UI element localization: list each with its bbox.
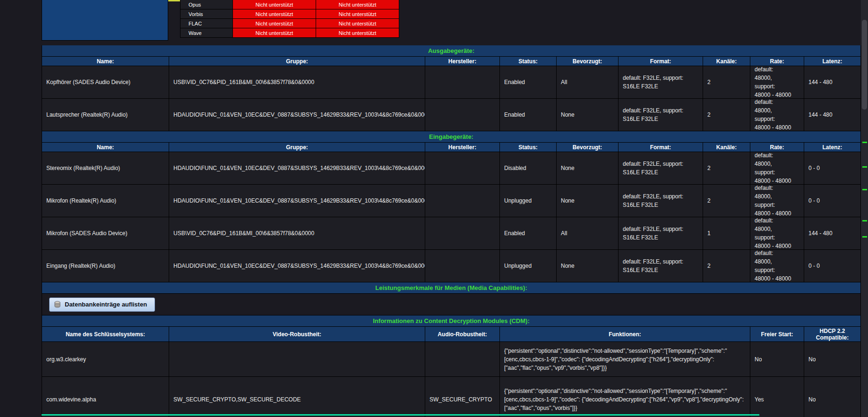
device-channels-cell: 2 xyxy=(703,250,750,282)
media-capabilities-row: Datenbankeinträge auflisten xyxy=(42,294,861,315)
device-group-cell: HDAUDIO\FUNC_01&VEN_10EC&DEV_0887&SUBSYS… xyxy=(169,185,425,217)
col-header-rate: Rate: xyxy=(750,57,804,66)
cdm-column-headers: Name des Schlüsselsystems: Video-Robusth… xyxy=(42,327,861,342)
output-devices-table: Kopfhörer (SADES Audio Device) USB\VID_0… xyxy=(42,66,861,131)
input-devices-table: Stereomix (Realtek(R) Audio) HDAUDIO\FUN… xyxy=(42,152,861,282)
device-latency-cell: 144 - 480 xyxy=(804,99,860,131)
device-format-cell: default: F32LE, support: S16LE F32LE xyxy=(619,152,703,184)
codec-name-cell: FLAC xyxy=(180,19,232,28)
find-marker xyxy=(862,220,867,221)
scrollbar-thumb[interactable] xyxy=(862,20,867,110)
cdm-clear-lead-cell: Yes xyxy=(750,377,804,417)
col-header-latenz: Latenz: xyxy=(804,57,860,66)
device-manufacturer-cell xyxy=(425,99,499,131)
col-header-video-robustness: Video-Robustheit: xyxy=(169,327,425,341)
cdm-audio-robustness-cell xyxy=(425,342,499,376)
device-preferred-cell: None xyxy=(557,185,618,217)
find-marker xyxy=(862,236,867,238)
device-rate-cell: default: 48000, support: 48000 - 48000 xyxy=(750,66,804,98)
device-group-cell: USB\VID_0C76&PID_161B&MI_00\6&3857f78&0&… xyxy=(169,217,425,249)
col-header-gruppe: Gruppe: xyxy=(169,143,425,152)
device-name-cell: Kopfhörer (SADES Audio Device) xyxy=(42,66,169,98)
codec-support-cell: Nicht unterstützt xyxy=(233,28,316,37)
codec-support-cell: Nicht unterstützt xyxy=(316,9,399,18)
device-rate-cell: default: 48000, support: 48000 - 48000 xyxy=(750,185,804,217)
device-manufacturer-cell xyxy=(425,250,499,282)
cdm-video-robustness-cell xyxy=(169,342,425,376)
col-header-name: Name: xyxy=(42,57,169,66)
cdm-keysystem-cell: org.w3.clearkey xyxy=(42,342,169,376)
codec-support-cell: Nicht unterstützt xyxy=(233,0,316,9)
device-group-cell: HDAUDIO\FUNC_01&VEN_10EC&DEV_0887&SUBSYS… xyxy=(169,250,425,282)
cdm-table: org.w3.clearkey {"persistent":"optional"… xyxy=(42,342,861,417)
device-group-cell: HDAUDIO\FUNC_01&VEN_10EC&DEV_0887&SUBSYS… xyxy=(169,99,425,131)
media-capabilities-header: Leistungsmerkmale für Medien (Media Capa… xyxy=(42,282,861,294)
device-status-cell: Unplugged xyxy=(500,250,556,282)
device-manufacturer-cell xyxy=(425,66,499,98)
find-marker xyxy=(862,142,867,143)
col-header-kanaele: Kanäle: xyxy=(703,143,750,152)
col-header-funktionen: Funktionen: xyxy=(500,327,750,341)
col-header-bevorzugt: Bevorzugt: xyxy=(557,143,618,152)
cdm-hdcp-cell: No xyxy=(804,377,860,417)
database-icon xyxy=(54,301,61,308)
device-rate-cell: default: 48000, support: 48000 - 48000 xyxy=(750,217,804,249)
device-status-cell: Enabled xyxy=(500,217,556,249)
device-format-cell: default: F32LE, support: S16LE F32LE xyxy=(619,217,703,249)
media-info-content: Ausgabegeräte: Name: Gruppe: Hersteller:… xyxy=(42,45,861,417)
device-name-cell: Eingang (Realtek(R) Audio) xyxy=(42,250,169,282)
col-header-hersteller: Hersteller: xyxy=(425,57,499,66)
col-header-status: Status: xyxy=(500,143,556,152)
device-name-cell: Mikrofon (SADES Audio Device) xyxy=(42,217,169,249)
device-preferred-cell: None xyxy=(557,99,618,131)
vertical-scrollbar[interactable] xyxy=(861,0,868,417)
device-format-cell: default: F32LE, support: S16LE F32LE xyxy=(619,250,703,282)
cdm-audio-robustness-cell: SW_SECURE_CRYPTO xyxy=(425,377,499,417)
device-format-cell: default: F32LE, support: S16LE F32LE xyxy=(619,99,703,131)
input-devices-header: Eingabegeräte: xyxy=(42,131,861,143)
device-rate-cell: default: 48000, support: 48000 - 48000 xyxy=(750,99,804,131)
device-manufacturer-cell xyxy=(425,152,499,184)
col-header-keysystem: Name des Schlüsselsystems: xyxy=(42,327,169,341)
input-devices-column-headers: Name: Gruppe: Hersteller: Status: Bevorz… xyxy=(42,143,861,152)
device-latency-cell: 0 - 0 xyxy=(804,152,860,184)
cdm-clear-lead-cell: No xyxy=(750,342,804,376)
codec-support-table: Opus Nicht unterstützt Nicht unterstützt… xyxy=(180,0,399,38)
output-devices-header: Ausgabegeräte: xyxy=(42,45,861,57)
col-header-hersteller: Hersteller: xyxy=(425,143,499,152)
list-database-entries-button[interactable]: Datenbankeinträge auflisten xyxy=(49,298,155,312)
codec-support-cell: Nicht unterstützt xyxy=(233,9,316,18)
device-rate-cell: default: 48000, support: 48000 - 48000 xyxy=(750,152,804,184)
device-channels-cell: 1 xyxy=(703,217,750,249)
next-section-top-edge xyxy=(42,414,759,416)
cdm-capabilities-cell: {"persistent":"optional","distinctive":"… xyxy=(500,377,750,417)
codec-support-cell: Nicht unterstützt xyxy=(316,19,399,28)
device-format-cell: default: F32LE, support: S16LE F32LE xyxy=(619,66,703,98)
device-latency-cell: 144 - 480 xyxy=(804,66,860,98)
find-marker xyxy=(862,166,867,168)
codec-name-cell: Vorbis xyxy=(180,9,232,18)
device-latency-cell: 0 - 0 xyxy=(804,250,860,282)
col-header-kanaele: Kanäle: xyxy=(703,57,750,66)
device-preferred-cell: None xyxy=(557,250,618,282)
device-status-cell: Unplugged xyxy=(500,185,556,217)
device-latency-cell: 0 - 0 xyxy=(804,185,860,217)
device-preferred-cell: All xyxy=(557,217,618,249)
device-status-cell: Enabled xyxy=(500,99,556,131)
device-status-cell: Enabled xyxy=(500,66,556,98)
cdm-hdcp-cell: No xyxy=(804,342,860,376)
col-header-audio-robustness: Audio-Robustheit: xyxy=(425,327,499,341)
col-header-bevorzugt: Bevorzugt: xyxy=(557,57,618,66)
device-preferred-cell: All xyxy=(557,66,618,98)
codec-name-cell: Opus xyxy=(180,0,232,9)
device-format-cell: default: F32LE, support: S16LE F32LE xyxy=(619,185,703,217)
device-name-cell: Mikrofon (Realtek(R) Audio) xyxy=(42,185,169,217)
cdm-keysystem-cell: com.widevine.alpha xyxy=(42,377,169,417)
codec-support-cell: Nicht unterstützt xyxy=(316,28,399,37)
codec-support-cell: Nicht unterstützt xyxy=(233,19,316,28)
col-header-format: Format: xyxy=(619,143,703,152)
col-header-gruppe: Gruppe: xyxy=(169,57,425,66)
codec-name-cell: Wave xyxy=(180,28,232,37)
device-status-cell: Disabled xyxy=(500,152,556,184)
device-channels-cell: 2 xyxy=(703,185,750,217)
